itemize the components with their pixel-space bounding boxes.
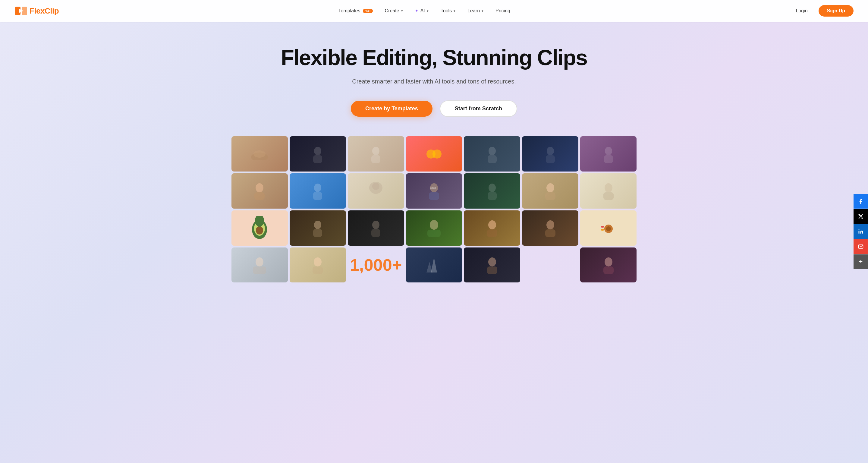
- svg-marker-56: [427, 262, 433, 273]
- svg-rect-54: [313, 267, 323, 274]
- grid-cell: [522, 173, 578, 209]
- grid-cell-empty: 1,000+: [348, 247, 404, 283]
- nav-item-tools[interactable]: Tools ▾: [436, 6, 460, 16]
- hero-buttons: Create by Templates Start from Scratch: [351, 100, 517, 117]
- logo[interactable]: FlexClip: [14, 4, 59, 18]
- svg-rect-32: [603, 192, 614, 200]
- email-share-button[interactable]: [854, 239, 868, 254]
- hero-section: Flexible Editing, Stunning Clips Create …: [0, 0, 868, 463]
- nav-tools-label: Tools: [441, 8, 452, 13]
- svg-point-43: [488, 220, 496, 229]
- signup-button[interactable]: Sign Up: [818, 5, 854, 17]
- nav-learn-label: Learn: [467, 8, 480, 13]
- count-text: 1,000+: [350, 255, 402, 275]
- grid-cell: [406, 173, 462, 209]
- svg-rect-44: [487, 229, 497, 237]
- grid-cell: [290, 136, 346, 172]
- grid-cell: [464, 173, 520, 209]
- nav-item-learn[interactable]: Learn ▾: [463, 6, 488, 16]
- svg-point-11: [489, 147, 496, 155]
- svg-rect-61: [859, 231, 860, 234]
- svg-rect-49: [601, 226, 604, 227]
- nav-item-create[interactable]: Create ▾: [380, 6, 408, 16]
- social-sidebar: +: [854, 194, 868, 269]
- svg-rect-50: [601, 229, 604, 230]
- svg-point-41: [430, 220, 438, 230]
- svg-rect-38: [313, 229, 322, 237]
- tools-chevron-icon: ▾: [454, 9, 456, 13]
- avocado-icon: [249, 216, 270, 240]
- grid-cell: [580, 136, 637, 172]
- svg-point-53: [314, 257, 321, 267]
- create-by-templates-button[interactable]: Create by Templates: [351, 101, 433, 117]
- nav-templates-label: Templates: [338, 8, 361, 13]
- svg-point-13: [547, 147, 554, 155]
- more-share-button[interactable]: +: [854, 254, 868, 269]
- grid-cell: [522, 210, 578, 246]
- svg-rect-30: [545, 192, 555, 200]
- grid-cell-empty2: [522, 247, 578, 283]
- svg-point-57: [488, 257, 496, 267]
- svg-rect-6: [313, 155, 322, 163]
- nav-links: Templates HOT Create ▾ ✦ AI ▾ Tools ▾ Le…: [334, 6, 515, 16]
- svg-point-5: [314, 147, 321, 155]
- svg-rect-20: [313, 192, 322, 200]
- svg-point-31: [604, 183, 613, 192]
- twitter-share-button[interactable]: [854, 209, 868, 224]
- grid-cell: [290, 247, 346, 283]
- nav-item-pricing[interactable]: Pricing: [491, 6, 515, 16]
- svg-rect-52: [253, 267, 266, 274]
- hero-content: Flexible Editing, Stunning Clips Create …: [267, 22, 601, 131]
- svg-point-15: [605, 147, 612, 155]
- learn-chevron-icon: ▾: [482, 9, 484, 13]
- svg-point-4: [253, 150, 266, 158]
- nav-item-templates[interactable]: Templates HOT: [334, 6, 378, 16]
- grid-cell: [231, 210, 288, 246]
- svg-point-35: [256, 226, 263, 235]
- grid-cell: [348, 136, 404, 172]
- nav-pricing-label: Pricing: [495, 8, 510, 13]
- ai-chevron-icon: ▾: [427, 9, 429, 13]
- svg-rect-60: [603, 267, 614, 274]
- svg-point-29: [547, 183, 554, 192]
- svg-point-23: [430, 183, 438, 192]
- svg-point-48: [606, 226, 611, 231]
- svg-point-45: [547, 220, 554, 229]
- svg-point-39: [372, 221, 379, 229]
- grid-cell: [522, 136, 578, 172]
- grid-cell: [464, 247, 520, 283]
- grid-cell: [464, 136, 520, 172]
- create-chevron-icon: ▾: [401, 9, 403, 13]
- nav-create-label: Create: [385, 8, 399, 13]
- svg-point-10: [433, 150, 441, 159]
- logo-icon: [14, 4, 28, 18]
- svg-point-19: [314, 184, 321, 192]
- hero-title: Flexible Editing, Stunning Clips: [281, 46, 587, 70]
- nav-item-ai[interactable]: ✦ AI ▾: [410, 6, 433, 16]
- grid-cell: [231, 173, 288, 209]
- grid-cell: [406, 136, 462, 172]
- svg-point-7: [372, 147, 379, 155]
- svg-rect-12: [488, 155, 497, 163]
- grid-cell: [580, 247, 637, 283]
- navbar: FlexClip Templates HOT Create ▾ ✦ AI ▾ T…: [0, 0, 868, 22]
- svg-point-22: [369, 182, 382, 194]
- ai-star-icon: ✦: [415, 8, 418, 13]
- grid-cell: [231, 136, 288, 172]
- svg-rect-18: [254, 192, 265, 200]
- grid-cell: [580, 173, 637, 209]
- nav-right: Login Sign Up: [789, 5, 854, 17]
- svg-point-51: [255, 257, 264, 267]
- grid-cell: [348, 173, 404, 209]
- svg-rect-8: [371, 155, 380, 163]
- svg-marker-55: [431, 257, 437, 273]
- facebook-share-button[interactable]: [854, 194, 868, 209]
- linkedin-share-button[interactable]: [854, 224, 868, 239]
- svg-rect-46: [545, 229, 555, 237]
- grid-cell: [290, 210, 346, 246]
- login-button[interactable]: Login: [789, 6, 813, 16]
- start-from-scratch-button[interactable]: Start from Scratch: [440, 100, 517, 117]
- nav-ai-label: AI: [421, 8, 425, 13]
- grid-cell: [406, 247, 462, 283]
- grid-cell: [580, 210, 637, 246]
